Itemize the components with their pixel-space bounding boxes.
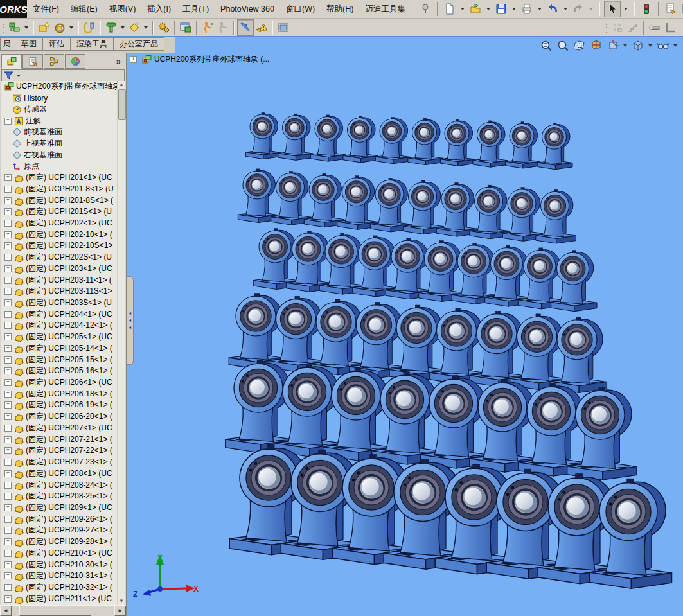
tree-component[interactable]: +(固定) UCPH201<1> (UC bbox=[1, 172, 117, 184]
tree-component[interactable]: +(固定) UCPH202-10<1> ( bbox=[1, 229, 117, 240]
tree-item-label[interactable]: (固定) UCPH203S<1> (U bbox=[26, 297, 112, 308]
tree-item-label[interactable]: (固定) UCPH206-20<1> ( bbox=[26, 411, 112, 422]
menu-4[interactable]: 插入(I) bbox=[141, 2, 177, 16]
save-icon[interactable] bbox=[493, 1, 509, 17]
expand-icon[interactable]: + bbox=[4, 391, 12, 398]
expand-icon[interactable]: + bbox=[4, 322, 12, 329]
undo-icon[interactable] bbox=[545, 1, 560, 17]
expand-icon[interactable]: + bbox=[4, 425, 12, 432]
tree-item-label[interactable]: (固定) UCPH210-30<1> ( bbox=[26, 559, 112, 570]
expand-icon[interactable]: + bbox=[4, 311, 12, 318]
tree-item-label[interactable]: (固定) UCPH208<1> (UC bbox=[26, 468, 112, 479]
tree-item-label[interactable]: (固定) UCPH210<1> (UC bbox=[26, 548, 112, 559]
expand-icon[interactable]: + bbox=[4, 516, 12, 523]
tab-1[interactable]: 局 bbox=[0, 37, 15, 51]
tree-component[interactable]: +(固定) UCPH210<1> (UC bbox=[1, 547, 117, 559]
tree-item-label[interactable]: (固定) UCPH202S<1> (U bbox=[26, 252, 112, 263]
tree-item-label[interactable]: History bbox=[24, 94, 48, 103]
tree-component[interactable]: +(固定) UCPH204-12<1> ( bbox=[1, 320, 117, 331]
scrollbar-thumb[interactable] bbox=[118, 89, 126, 120]
tree-item-label[interactable]: (固定) UCPH206<1> (UC bbox=[26, 377, 112, 388]
chevron-down-icon[interactable] bbox=[69, 26, 73, 29]
tree-item-label[interactable]: (固定) UCPH201S<1> (U bbox=[26, 206, 112, 217]
tree-item-label[interactable]: (固定) UCPH205-15<1> ( bbox=[26, 355, 112, 365]
tree-vertical-scrollbar[interactable]: ▲ ▼ bbox=[118, 81, 125, 605]
tree-component[interactable]: +(固定) UCPH203-11<1> ( bbox=[1, 274, 117, 286]
tree-feature[interactable]: 传感器 bbox=[1, 103, 117, 115]
speed-warning-icon[interactable] bbox=[254, 20, 269, 35]
section-view-icon[interactable] bbox=[588, 38, 604, 53]
expand-icon[interactable]: + bbox=[4, 595, 12, 603]
toolbar-drag-handle[interactable] bbox=[3, 21, 6, 35]
tree-component[interactable]: +(固定) UCPH205-15<1> ( bbox=[1, 354, 117, 365]
expand-icon[interactable]: + bbox=[4, 356, 12, 364]
expand-icon[interactable]: + bbox=[4, 220, 12, 227]
expand-icon[interactable]: + bbox=[4, 265, 12, 272]
expand-icon[interactable]: + bbox=[4, 118, 12, 125]
expand-icon[interactable]: + bbox=[4, 299, 12, 306]
expand-icon[interactable]: + bbox=[4, 550, 12, 557]
tree-component[interactable]: +(固定) UCPH203<1> (UC bbox=[1, 263, 117, 275]
tree-component[interactable]: +(固定) UCPH209-26<1> ( bbox=[1, 513, 117, 525]
expand-icon[interactable]: + bbox=[4, 231, 12, 238]
tree-item-label[interactable]: (固定) UCPH204<1> (UC bbox=[26, 309, 112, 320]
tree-component[interactable]: +(固定) UCPH209<1> (UC bbox=[1, 502, 117, 514]
zoom-fit-icon[interactable] bbox=[538, 38, 554, 53]
tree-component[interactable]: +(固定) UCPH209-28<1> ( bbox=[1, 536, 117, 548]
menu-1[interactable]: 文件(F) bbox=[27, 2, 65, 16]
chevron-down-icon[interactable] bbox=[144, 26, 148, 29]
expand-icon[interactable]: + bbox=[4, 584, 12, 591]
tree-item-label[interactable]: (固定) UCPH208-25<1> ( bbox=[26, 491, 112, 502]
menu-7[interactable]: 窗口(W) bbox=[280, 2, 321, 16]
tree-component[interactable]: +(固定) UCPH206<1> (UC bbox=[1, 377, 117, 389]
tree-component[interactable]: +(固定) UCPH206-20<1> ( bbox=[1, 411, 117, 423]
tree-component[interactable]: +(固定) UCPH202S<1> (U bbox=[1, 252, 117, 263]
hide-show-icon[interactable] bbox=[655, 38, 671, 53]
chevron-down-icon[interactable] bbox=[538, 8, 542, 10]
tree-component[interactable]: +(固定) UCPH202-10S<1> bbox=[1, 240, 117, 252]
expand-icon[interactable]: + bbox=[4, 401, 12, 409]
tree-item-label[interactable]: (固定) UCPH202-10S<1> bbox=[26, 240, 112, 251]
tree-item-label[interactable]: (固定) UCPH208-24<1> ( bbox=[26, 480, 112, 491]
chevron-down-icon[interactable] bbox=[512, 8, 516, 10]
tree-item-label[interactable]: (固定) UCPH206-18<1> ( bbox=[26, 389, 112, 400]
tree-item-label[interactable]: (固定) UCPH205-14<1> ( bbox=[26, 343, 112, 354]
filter-funnel-icon[interactable] bbox=[4, 71, 13, 80]
chevron-down-icon[interactable] bbox=[486, 8, 490, 10]
chevron-down-icon[interactable] bbox=[461, 8, 465, 10]
tree-item-label[interactable]: (固定) UCPH203-11S<1> bbox=[26, 286, 112, 297]
chevron-down-icon[interactable] bbox=[563, 8, 567, 10]
tree-feature[interactable]: 右视基准面 bbox=[1, 149, 117, 161]
menu-6[interactable]: PhotoView 360 bbox=[215, 2, 280, 16]
insert-component-icon[interactable] bbox=[7, 20, 22, 35]
tree-item-label[interactable]: 上视基准面 bbox=[24, 138, 62, 149]
tree-component[interactable]: +(固定) UCPH206-19<1> ( bbox=[1, 400, 117, 411]
property-manager-tab[interactable] bbox=[22, 54, 43, 69]
tree-component[interactable]: +(固定) UCPH201-8S<1> ( bbox=[1, 195, 117, 206]
tab-4[interactable]: 渲染工具 bbox=[70, 37, 114, 51]
tree-component[interactable]: +(固定) UCPH208-24<1> ( bbox=[1, 479, 117, 491]
zoom-area-icon[interactable] bbox=[554, 38, 571, 53]
expand-icon[interactable]: + bbox=[4, 208, 12, 215]
redo-icon[interactable] bbox=[571, 1, 586, 17]
tab-5[interactable]: 办公室产品 bbox=[113, 37, 164, 51]
chevron-down-icon[interactable] bbox=[648, 44, 652, 47]
tree-feature[interactable]: 上视基准面 bbox=[1, 138, 117, 150]
expand-icon[interactable]: + bbox=[4, 493, 12, 500]
tree-item-label[interactable]: (固定) UCPH207-22<1> ( bbox=[26, 445, 112, 456]
tree-component[interactable]: +(固定) UCPH205<1> (UC bbox=[1, 331, 117, 343]
tree-item-label[interactable]: (固定) UCPH205<1> (UC bbox=[26, 331, 112, 342]
file-properties-icon[interactable] bbox=[663, 1, 679, 17]
traffic-light-icon[interactable] bbox=[639, 1, 654, 17]
snapshot-icon[interactable] bbox=[276, 20, 291, 35]
tree-component[interactable]: +(固定) UCPH209-27<1> ( bbox=[1, 525, 117, 536]
print-icon[interactable] bbox=[519, 1, 535, 17]
tree-feature[interactable]: +注解 bbox=[1, 115, 117, 127]
toolbar-drag-handle[interactable] bbox=[605, 21, 608, 35]
menu-8[interactable]: 帮助(H) bbox=[321, 2, 359, 16]
open-folder-icon[interactable] bbox=[468, 1, 483, 17]
tree-item-label[interactable]: (固定) UCPH202<1> (UC bbox=[26, 218, 112, 229]
expand-icon[interactable]: + bbox=[4, 538, 12, 545]
tree-component[interactable]: +(固定) UCPH201-8<1> (U bbox=[1, 183, 117, 195]
tree-component[interactable]: +(固定) UCPH203-11S<1> bbox=[1, 286, 117, 297]
